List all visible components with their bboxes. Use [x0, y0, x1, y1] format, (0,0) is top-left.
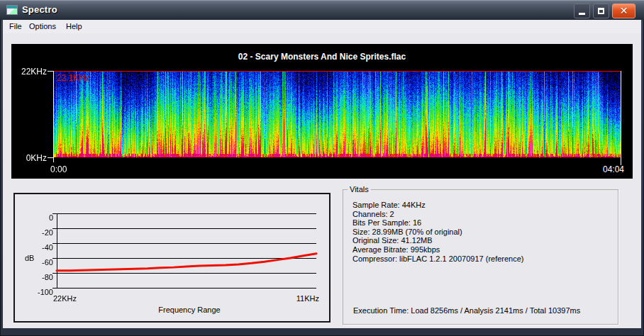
- cutoff-frequency-label: 22.1KHz: [57, 73, 89, 83]
- menu-item-options[interactable]: Options: [27, 20, 58, 33]
- frequency-axis-line: [53, 71, 54, 162]
- menu-bar: File Options Help: [3, 20, 641, 33]
- ytick--60: -60: [18, 258, 53, 267]
- track-title: 02 - Scary Monsters And Nice Sprites.fla…: [11, 52, 633, 62]
- window-title: Spectro: [22, 4, 57, 15]
- y-axis-label: dB: [25, 254, 34, 262]
- xtick-11khz: 11KHz: [284, 294, 319, 303]
- vitals-legend: Vitals: [348, 185, 371, 194]
- client-area: 02 - Scary Monsters And Nice Sprites.fla…: [3, 33, 641, 328]
- minimize-button[interactable]: [574, 4, 590, 18]
- vitals-channels: Channels: 2: [352, 210, 618, 219]
- time-end-label: 04:04: [590, 164, 624, 174]
- freq-axis-bottom-label: 0KHz: [16, 153, 47, 163]
- menu-item-file[interactable]: File: [7, 20, 24, 33]
- title-bar[interactable]: Spectro ✕: [0, 0, 644, 20]
- app-window: Spectro ✕ File Options Help 02 - Scary M…: [0, 0, 644, 336]
- end-time-tick: [621, 71, 621, 165]
- maximize-icon: [598, 8, 604, 14]
- close-button[interactable]: ✕: [612, 4, 635, 18]
- ytick--40: -40: [18, 243, 53, 252]
- app-icon: [6, 5, 18, 15]
- vitals-compressor: Compressor: libFLAC 1.2.1 20070917 (refe…: [352, 254, 618, 264]
- spectrogram-panel: 02 - Scary Monsters And Nice Sprites.fla…: [11, 44, 633, 179]
- db-chart-plot: [51, 209, 319, 292]
- x-axis-label: Frequency Range: [83, 306, 296, 314]
- ytick--80: -80: [18, 273, 53, 281]
- close-icon: ✕: [613, 5, 635, 16]
- execution-time: Execution Time: Load 8256ms / Analysis 2…: [353, 306, 580, 315]
- vitals-groupbox: Vitals Sample Rate: 44KHz Channels: 2 Bi…: [343, 185, 618, 325]
- vitals-sample-rate: Sample Rate: 44KHz: [352, 201, 618, 210]
- maximize-button[interactable]: [593, 4, 609, 18]
- ytick-0: 0: [18, 213, 53, 222]
- spectrogram-image: [54, 72, 621, 157]
- ytick--20: -20: [18, 228, 53, 237]
- menu-item-help[interactable]: Help: [64, 20, 84, 33]
- minimize-icon: [579, 13, 585, 15]
- cutoff-frequency-line: [53, 71, 621, 72]
- vitals-lines: Sample Rate: 44KHz Channels: 2 Bits Per …: [352, 201, 618, 263]
- freq-tick-22khz: [48, 71, 53, 72]
- vitals-original-size: Original Size: 41.12MB: [352, 236, 618, 245]
- xtick-22khz: 22KHz: [53, 294, 77, 303]
- freq-axis-top-label: 22KHz: [16, 67, 47, 77]
- time-start-label: 0:00: [50, 164, 67, 174]
- vitals-size: Size: 28.99MB (70% of original): [352, 228, 618, 237]
- vitals-average-bitrate: Average Bitrate: 995kbps: [352, 245, 618, 254]
- vitals-bits-per-sample: Bits Per Sample: 16: [352, 218, 618, 228]
- db-chart-panel: 0 -20 -40 -60 -80 -100 dB 22KHz 11KHz Fr…: [13, 193, 331, 323]
- freq-tick-0khz: [48, 157, 53, 158]
- ytick--100: -100: [18, 288, 53, 296]
